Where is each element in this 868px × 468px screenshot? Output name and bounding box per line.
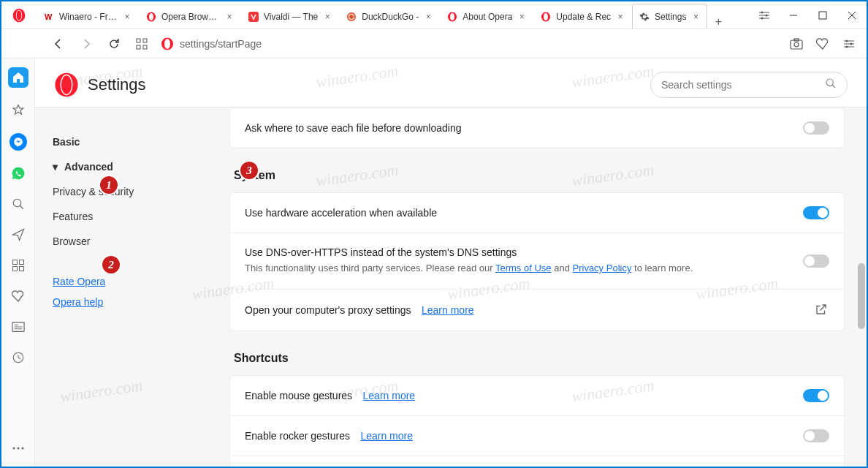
opera-icon — [54, 72, 79, 97]
scrollbar-thumb[interactable] — [858, 263, 865, 329]
close-icon[interactable]: × — [122, 12, 132, 22]
nav-link-text: Rate Opera — [53, 276, 105, 287]
scrollbar[interactable] — [858, 117, 865, 468]
workspaces-icon[interactable] — [10, 257, 26, 273]
reload-button[interactable] — [105, 35, 123, 53]
url-text: settings/startPage — [180, 38, 262, 50]
close-icon[interactable]: × — [690, 12, 701, 22]
learn-more-link[interactable]: Learn more — [422, 304, 474, 316]
close-icon[interactable]: × — [615, 12, 625, 22]
opera-menu-button[interactable] — [1, 1, 37, 29]
whatsapp-icon[interactable] — [10, 165, 26, 181]
setting-proxy[interactable]: Open your computer's proxy settings Lear… — [230, 289, 844, 331]
vivaldi-icon — [248, 11, 259, 23]
nav-rate-opera[interactable]: Rate Opera — [35, 271, 208, 292]
sub-text: and — [554, 263, 572, 273]
tab-opera-browser[interactable]: Opera Browser × — [139, 4, 241, 29]
svg-point-49 — [826, 79, 833, 86]
svg-point-10 — [349, 15, 354, 19]
forward-button[interactable] — [77, 35, 95, 53]
address-bar: settings/startPage — [1, 29, 867, 58]
close-icon[interactable]: × — [322, 12, 332, 22]
tab-title: DuckDuckGo - — [362, 12, 419, 22]
svg-point-32 — [13, 199, 21, 207]
nav-basic[interactable]: Basic — [35, 129, 208, 154]
nav-browser[interactable]: Browser — [35, 229, 208, 254]
nav-advanced[interactable]: ▾ Advanced — [35, 154, 208, 179]
setting-rocker-gestures: Enable rocker gestures Learn more — [230, 415, 844, 456]
address-input[interactable]: settings/startPage — [161, 37, 777, 50]
back-button[interactable] — [50, 35, 67, 53]
toggle-hw-accel[interactable] — [803, 206, 829, 219]
svg-point-45 — [21, 448, 23, 450]
search-input-field[interactable] — [661, 79, 825, 91]
svg-point-12 — [450, 13, 454, 20]
svg-point-16 — [766, 14, 768, 16]
speed-dial-icon[interactable] — [133, 35, 151, 53]
opera-icon — [446, 11, 458, 23]
bookmark-star-icon[interactable] — [10, 102, 26, 118]
close-icon[interactable]: × — [517, 12, 527, 22]
svg-point-43 — [12, 448, 15, 450]
svg-point-48 — [61, 75, 72, 94]
setting-dns-https: Use DNS-over-HTTPS instead of the system… — [230, 233, 844, 289]
svg-rect-22 — [137, 45, 140, 49]
terms-of-use-link[interactable]: Terms of Use — [495, 263, 552, 273]
close-window-button[interactable] — [837, 1, 867, 29]
tab-winaero[interactable]: W Winaero - Free × — [37, 4, 139, 29]
section-shortcuts-header: Shortcuts — [234, 352, 845, 365]
heart-icon[interactable] — [10, 288, 26, 304]
winaero-icon: W — [43, 11, 55, 23]
messenger-icon[interactable] — [9, 133, 27, 151]
svg-point-31 — [846, 45, 848, 48]
privacy-policy-link[interactable]: Privacy Policy — [573, 263, 632, 273]
ddg-icon — [346, 11, 357, 23]
setting-subtitle: This functionality uses third party serv… — [245, 261, 803, 276]
titlebar: W Winaero - Free × Opera Browser × Vival… — [1, 1, 867, 29]
nav-features[interactable]: Features — [35, 204, 208, 229]
svg-point-6 — [149, 13, 153, 20]
toggle-rocker-gestures[interactable] — [803, 429, 829, 442]
nav-opera-help[interactable]: Opera help — [35, 292, 208, 312]
tab-about-opera[interactable]: About Opera × — [440, 4, 533, 29]
send-icon[interactable] — [10, 227, 26, 243]
tab-settings[interactable]: Settings × — [632, 4, 707, 29]
close-icon[interactable]: × — [224, 12, 235, 22]
search-icon[interactable] — [10, 196, 26, 212]
nav-privacy[interactable]: Privacy & security — [35, 179, 208, 204]
nav-link-text: Opera help — [53, 296, 103, 308]
setting-title: Open your computer's proxy settings — [245, 304, 411, 316]
toggle-ask-save[interactable] — [803, 121, 829, 135]
new-tab-button[interactable]: + — [707, 15, 729, 29]
easy-setup-icon[interactable] — [750, 1, 779, 29]
heart-icon[interactable] — [814, 35, 831, 53]
nav-label: Browser — [53, 235, 90, 247]
tab-title: Opera Browser — [161, 12, 220, 22]
toggle-mouse-gestures[interactable] — [803, 389, 829, 402]
minimize-button[interactable] — [779, 1, 808, 29]
tab-title: Update & Rec — [556, 12, 611, 22]
maximize-button[interactable] — [808, 1, 837, 29]
learn-more-link[interactable]: Learn more — [360, 430, 413, 442]
settings-main[interactable]: Ask where to save each file before downl… — [208, 107, 867, 467]
tab-duckduckgo[interactable]: DuckDuckGo - × — [339, 4, 440, 29]
snapshot-icon[interactable] — [788, 35, 805, 53]
chevron-down-icon: ▾ — [53, 161, 60, 173]
search-settings-input[interactable] — [650, 72, 848, 98]
learn-more-link[interactable]: Learn more — [363, 390, 416, 401]
history-icon[interactable] — [10, 350, 26, 366]
close-icon[interactable]: × — [423, 12, 433, 22]
tab-title: Vivaldi — The — [264, 12, 318, 22]
tab-strip: W Winaero - Free × Opera Browser × Vival… — [37, 1, 750, 29]
toggle-dns-https[interactable] — [803, 254, 829, 268]
sidebar-rail — [1, 58, 35, 467]
svg-rect-37 — [19, 267, 23, 271]
news-icon[interactable] — [10, 319, 26, 335]
more-icon[interactable] — [10, 440, 26, 456]
tab-update[interactable]: Update & Rec × — [533, 4, 632, 29]
tab-vivaldi[interactable]: Vivaldi — The × — [241, 4, 339, 29]
svg-rect-35 — [19, 260, 23, 265]
home-icon[interactable] — [8, 67, 28, 88]
easy-setup-icon[interactable] — [840, 35, 858, 53]
downloads-card: Ask where to save each file before downl… — [229, 107, 845, 148]
